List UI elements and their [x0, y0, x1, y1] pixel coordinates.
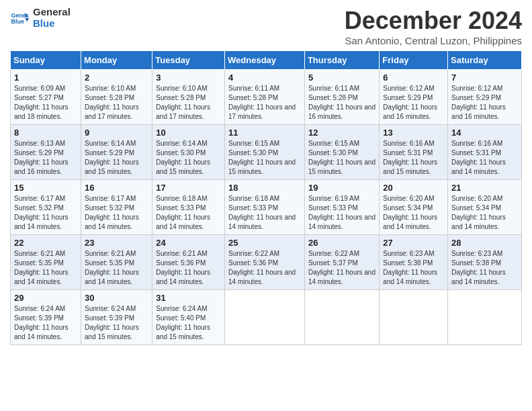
calendar-cell: 15Sunrise: 6:17 AMSunset: 5:32 PMDayligh…	[11, 180, 81, 235]
calendar-cell: 31Sunrise: 6:24 AMSunset: 5:40 PMDayligh…	[152, 290, 225, 345]
calendar-cell	[225, 290, 305, 345]
day-number: 7	[451, 73, 518, 83]
calendar-cell: 25Sunrise: 6:22 AMSunset: 5:36 PMDayligh…	[225, 235, 305, 290]
day-number: 4	[228, 73, 301, 83]
day-number: 24	[156, 238, 221, 248]
day-info: Sunrise: 6:11 AMSunset: 5:28 PMDaylight:…	[228, 84, 301, 122]
header-tuesday: Tuesday	[152, 51, 225, 70]
day-info: Sunrise: 6:15 AMSunset: 5:30 PMDaylight:…	[308, 139, 375, 177]
day-info: Sunrise: 6:12 AMSunset: 5:29 PMDaylight:…	[451, 84, 518, 122]
calendar-cell: 16Sunrise: 6:17 AMSunset: 5:32 PMDayligh…	[81, 180, 152, 235]
day-number: 9	[85, 128, 148, 138]
calendar-cell	[448, 290, 522, 345]
calendar-cell: 9Sunrise: 6:14 AMSunset: 5:29 PMDaylight…	[81, 125, 152, 180]
day-info: Sunrise: 6:10 AMSunset: 5:28 PMDaylight:…	[156, 84, 221, 122]
subtitle: San Antonio, Central Luzon, Philippines	[345, 35, 522, 46]
day-number: 25	[228, 238, 301, 248]
calendar-cell: 3Sunrise: 6:10 AMSunset: 5:28 PMDaylight…	[152, 70, 225, 125]
calendar-cell: 18Sunrise: 6:18 AMSunset: 5:33 PMDayligh…	[225, 180, 305, 235]
day-number: 14	[451, 128, 518, 138]
day-info: Sunrise: 6:14 AMSunset: 5:29 PMDaylight:…	[85, 139, 148, 177]
day-number: 30	[85, 293, 148, 303]
day-info: Sunrise: 6:22 AMSunset: 5:37 PMDaylight:…	[308, 249, 375, 287]
day-info: Sunrise: 6:17 AMSunset: 5:32 PMDaylight:…	[85, 194, 148, 232]
header-saturday: Saturday	[448, 51, 522, 70]
day-info: Sunrise: 6:19 AMSunset: 5:33 PMDaylight:…	[308, 194, 375, 232]
day-info: Sunrise: 6:10 AMSunset: 5:28 PMDaylight:…	[85, 84, 148, 122]
day-info: Sunrise: 6:24 AMSunset: 5:39 PMDaylight:…	[85, 304, 148, 342]
day-info: Sunrise: 6:21 AMSunset: 5:35 PMDaylight:…	[85, 249, 148, 287]
day-info: Sunrise: 6:24 AMSunset: 5:40 PMDaylight:…	[156, 304, 221, 342]
day-info: Sunrise: 6:15 AMSunset: 5:30 PMDaylight:…	[228, 139, 301, 177]
calendar-cell: 11Sunrise: 6:15 AMSunset: 5:30 PMDayligh…	[225, 125, 305, 180]
calendar-cell: 5Sunrise: 6:11 AMSunset: 5:28 PMDaylight…	[304, 70, 379, 125]
calendar-cell: 22Sunrise: 6:21 AMSunset: 5:35 PMDayligh…	[11, 235, 81, 290]
week-row-5: 29Sunrise: 6:24 AMSunset: 5:39 PMDayligh…	[11, 290, 522, 345]
main-title: December 2024	[345, 7, 522, 35]
day-number: 23	[85, 238, 148, 248]
calendar-cell: 6Sunrise: 6:12 AMSunset: 5:29 PMDaylight…	[380, 70, 448, 125]
day-info: Sunrise: 6:17 AMSunset: 5:32 PMDaylight:…	[14, 194, 77, 232]
header-sunday: Sunday	[11, 51, 81, 70]
calendar-cell: 27Sunrise: 6:23 AMSunset: 5:38 PMDayligh…	[380, 235, 448, 290]
day-number: 17	[156, 183, 221, 193]
day-number: 20	[383, 183, 444, 193]
svg-text:Blue: Blue	[11, 18, 24, 25]
day-number: 21	[451, 183, 518, 193]
day-info: Sunrise: 6:16 AMSunset: 5:31 PMDaylight:…	[383, 139, 444, 177]
calendar-cell: 28Sunrise: 6:23 AMSunset: 5:38 PMDayligh…	[448, 235, 522, 290]
logo-line2: Blue	[33, 18, 71, 30]
day-info: Sunrise: 6:09 AMSunset: 5:27 PMDaylight:…	[14, 84, 77, 122]
logo-icon: General Blue	[10, 9, 29, 28]
logo: General Blue General Blue	[10, 7, 71, 29]
title-area: December 2024 San Antonio, Central Luzon…	[345, 7, 522, 46]
day-number: 11	[228, 128, 301, 138]
calendar-cell: 8Sunrise: 6:13 AMSunset: 5:29 PMDaylight…	[11, 125, 81, 180]
calendar-cell: 2Sunrise: 6:10 AMSunset: 5:28 PMDaylight…	[81, 70, 152, 125]
day-info: Sunrise: 6:14 AMSunset: 5:30 PMDaylight:…	[156, 139, 221, 177]
calendar-cell: 21Sunrise: 6:20 AMSunset: 5:34 PMDayligh…	[448, 180, 522, 235]
calendar-cell: 26Sunrise: 6:22 AMSunset: 5:37 PMDayligh…	[304, 235, 379, 290]
day-info: Sunrise: 6:24 AMSunset: 5:39 PMDaylight:…	[14, 304, 77, 342]
day-number: 18	[228, 183, 301, 193]
day-info: Sunrise: 6:20 AMSunset: 5:34 PMDaylight:…	[383, 194, 444, 232]
day-number: 1	[14, 73, 77, 83]
day-number: 26	[308, 238, 375, 248]
calendar-cell: 20Sunrise: 6:20 AMSunset: 5:34 PMDayligh…	[380, 180, 448, 235]
header-thursday: Thursday	[304, 51, 379, 70]
calendar-cell: 12Sunrise: 6:15 AMSunset: 5:30 PMDayligh…	[304, 125, 379, 180]
header: General Blue General Blue December 2024 …	[10, 7, 522, 46]
day-info: Sunrise: 6:18 AMSunset: 5:33 PMDaylight:…	[228, 194, 301, 232]
calendar-cell: 1Sunrise: 6:09 AMSunset: 5:27 PMDaylight…	[11, 70, 81, 125]
day-number: 15	[14, 183, 77, 193]
calendar-header-row: SundayMondayTuesdayWednesdayThursdayFrid…	[11, 51, 522, 70]
calendar-cell	[380, 290, 448, 345]
header-monday: Monday	[81, 51, 152, 70]
day-number: 13	[383, 128, 444, 138]
week-row-2: 8Sunrise: 6:13 AMSunset: 5:29 PMDaylight…	[11, 125, 522, 180]
day-info: Sunrise: 6:20 AMSunset: 5:34 PMDaylight:…	[451, 194, 518, 232]
calendar-cell: 10Sunrise: 6:14 AMSunset: 5:30 PMDayligh…	[152, 125, 225, 180]
calendar-cell: 7Sunrise: 6:12 AMSunset: 5:29 PMDaylight…	[448, 70, 522, 125]
week-row-4: 22Sunrise: 6:21 AMSunset: 5:35 PMDayligh…	[11, 235, 522, 290]
day-number: 19	[308, 183, 375, 193]
calendar-cell: 17Sunrise: 6:18 AMSunset: 5:33 PMDayligh…	[152, 180, 225, 235]
header-friday: Friday	[380, 51, 448, 70]
calendar-table: SundayMondayTuesdayWednesdayThursdayFrid…	[10, 50, 522, 345]
day-info: Sunrise: 6:12 AMSunset: 5:29 PMDaylight:…	[383, 84, 444, 122]
calendar-cell: 4Sunrise: 6:11 AMSunset: 5:28 PMDaylight…	[225, 70, 305, 125]
day-info: Sunrise: 6:18 AMSunset: 5:33 PMDaylight:…	[156, 194, 221, 232]
calendar-cell: 13Sunrise: 6:16 AMSunset: 5:31 PMDayligh…	[380, 125, 448, 180]
calendar-cell: 24Sunrise: 6:21 AMSunset: 5:36 PMDayligh…	[152, 235, 225, 290]
day-number: 29	[14, 293, 77, 303]
day-number: 10	[156, 128, 221, 138]
day-info: Sunrise: 6:16 AMSunset: 5:31 PMDaylight:…	[451, 139, 518, 177]
day-number: 3	[156, 73, 221, 83]
calendar-cell: 30Sunrise: 6:24 AMSunset: 5:39 PMDayligh…	[81, 290, 152, 345]
day-number: 22	[14, 238, 77, 248]
day-info: Sunrise: 6:23 AMSunset: 5:38 PMDaylight:…	[451, 249, 518, 287]
day-number: 8	[14, 128, 77, 138]
day-info: Sunrise: 6:22 AMSunset: 5:36 PMDaylight:…	[228, 249, 301, 287]
calendar-cell	[304, 290, 379, 345]
day-number: 31	[156, 293, 221, 303]
